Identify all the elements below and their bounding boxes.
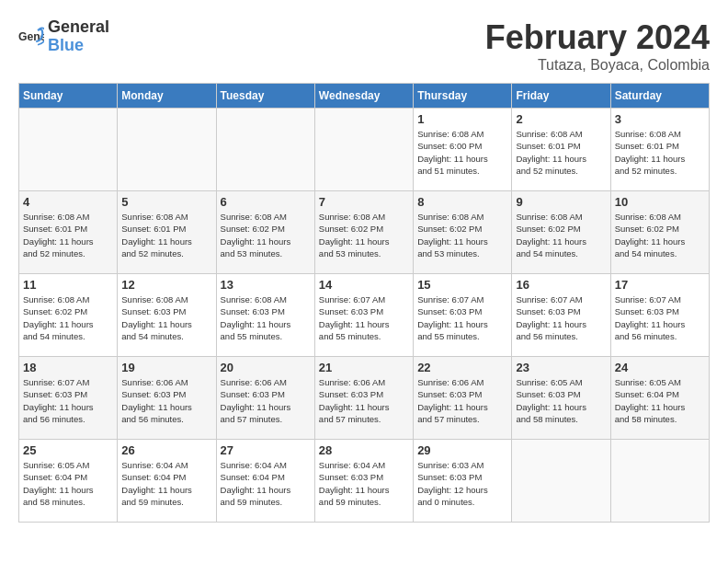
calendar-day-cell: 21Sunrise: 6:06 AM Sunset: 6:03 PM Dayli… — [314, 357, 413, 440]
calendar-day-cell: 29Sunrise: 6:03 AM Sunset: 6:03 PM Dayli… — [414, 440, 512, 523]
weekday-header: Wednesday — [314, 84, 413, 109]
day-number: 9 — [516, 195, 606, 209]
day-info: Sunrise: 6:08 AM Sunset: 6:02 PM Dayligh… — [221, 211, 311, 259]
day-number: 23 — [516, 361, 606, 374]
day-number: 22 — [417, 361, 507, 374]
day-number: 3 — [615, 112, 705, 126]
page-title: February 2024 — [485, 18, 710, 57]
calendar-day-cell: 10Sunrise: 6:08 AM Sunset: 6:02 PM Dayli… — [610, 191, 709, 274]
calendar-day-cell: 12Sunrise: 6:08 AM Sunset: 6:03 PM Dayli… — [118, 274, 216, 357]
calendar-day-cell — [314, 109, 413, 191]
day-number: 12 — [121, 278, 211, 292]
day-number: 18 — [23, 361, 113, 374]
day-info: Sunrise: 6:08 AM Sunset: 6:03 PM Dayligh… — [221, 293, 311, 342]
calendar-day-cell: 28Sunrise: 6:04 AM Sunset: 6:03 PM Dayli… — [314, 440, 413, 523]
calendar-day-cell: 20Sunrise: 6:06 AM Sunset: 6:03 PM Dayli… — [216, 357, 314, 440]
day-info: Sunrise: 6:05 AM Sunset: 6:04 PM Dayligh… — [23, 459, 113, 508]
day-info: Sunrise: 6:06 AM Sunset: 6:03 PM Dayligh… — [417, 376, 507, 425]
calendar-day-cell — [216, 109, 314, 191]
day-number: 16 — [516, 278, 606, 292]
calendar-week-row: 4Sunrise: 6:08 AM Sunset: 6:01 PM Daylig… — [19, 191, 710, 274]
calendar-day-cell: 24Sunrise: 6:05 AM Sunset: 6:04 PM Dayli… — [610, 357, 709, 440]
calendar-day-cell: 6Sunrise: 6:08 AM Sunset: 6:02 PM Daylig… — [216, 191, 314, 274]
page-header: General General Blue February 2024 Tutaz… — [18, 18, 710, 74]
logo-icon: General — [18, 24, 44, 50]
day-info: Sunrise: 6:03 AM Sunset: 6:03 PM Dayligh… — [417, 459, 507, 508]
day-number: 20 — [221, 361, 311, 374]
day-info: Sunrise: 6:05 AM Sunset: 6:03 PM Dayligh… — [516, 376, 606, 425]
day-number: 5 — [121, 195, 211, 209]
calendar-day-cell: 25Sunrise: 6:05 AM Sunset: 6:04 PM Dayli… — [19, 440, 118, 523]
svg-text:General: General — [18, 29, 44, 42]
day-number: 26 — [121, 443, 211, 457]
day-info: Sunrise: 6:04 AM Sunset: 6:03 PM Dayligh… — [319, 459, 409, 508]
day-info: Sunrise: 6:08 AM Sunset: 6:02 PM Dayligh… — [319, 211, 409, 259]
day-number: 19 — [121, 361, 211, 374]
day-number: 1 — [417, 112, 507, 126]
day-info: Sunrise: 6:08 AM Sunset: 6:01 PM Dayligh… — [615, 128, 705, 177]
calendar-body: 1Sunrise: 6:08 AM Sunset: 6:00 PM Daylig… — [19, 109, 710, 523]
day-number: 29 — [417, 443, 507, 457]
day-info: Sunrise: 6:07 AM Sunset: 6:03 PM Dayligh… — [417, 293, 507, 342]
calendar-day-cell: 14Sunrise: 6:07 AM Sunset: 6:03 PM Dayli… — [314, 274, 413, 357]
day-info: Sunrise: 6:08 AM Sunset: 6:01 PM Dayligh… — [23, 211, 113, 259]
day-info: Sunrise: 6:07 AM Sunset: 6:03 PM Dayligh… — [516, 293, 606, 342]
calendar-day-cell: 23Sunrise: 6:05 AM Sunset: 6:03 PM Dayli… — [512, 357, 610, 440]
calendar-day-cell: 11Sunrise: 6:08 AM Sunset: 6:02 PM Dayli… — [19, 274, 118, 357]
calendar-day-cell — [512, 440, 610, 523]
day-info: Sunrise: 6:07 AM Sunset: 6:03 PM Dayligh… — [23, 376, 113, 425]
calendar-day-cell: 17Sunrise: 6:07 AM Sunset: 6:03 PM Dayli… — [610, 274, 709, 357]
weekday-header: Tuesday — [216, 84, 314, 109]
logo: General General Blue — [18, 18, 109, 55]
day-info: Sunrise: 6:04 AM Sunset: 6:04 PM Dayligh… — [121, 459, 211, 508]
calendar-header-row: SundayMondayTuesdayWednesdayThursdayFrid… — [19, 84, 710, 109]
calendar-week-row: 11Sunrise: 6:08 AM Sunset: 6:02 PM Dayli… — [19, 274, 710, 357]
day-info: Sunrise: 6:07 AM Sunset: 6:03 PM Dayligh… — [319, 293, 409, 342]
day-number: 27 — [221, 443, 311, 457]
day-number: 15 — [417, 278, 507, 292]
weekday-header: Sunday — [19, 84, 118, 109]
day-info: Sunrise: 6:06 AM Sunset: 6:03 PM Dayligh… — [221, 376, 311, 425]
calendar-week-row: 25Sunrise: 6:05 AM Sunset: 6:04 PM Dayli… — [19, 440, 710, 523]
calendar-day-cell: 1Sunrise: 6:08 AM Sunset: 6:00 PM Daylig… — [414, 109, 512, 191]
day-info: Sunrise: 6:08 AM Sunset: 6:02 PM Dayligh… — [23, 293, 113, 342]
day-number: 17 — [615, 278, 705, 292]
weekday-header: Monday — [118, 84, 216, 109]
day-number: 2 — [516, 112, 606, 126]
day-number: 8 — [417, 195, 507, 209]
page-subtitle: Tutaza, Boyaca, Colombia — [485, 57, 710, 74]
day-number: 14 — [319, 278, 409, 292]
calendar-week-row: 1Sunrise: 6:08 AM Sunset: 6:00 PM Daylig… — [19, 109, 710, 191]
day-number: 10 — [615, 195, 705, 209]
calendar-day-cell: 3Sunrise: 6:08 AM Sunset: 6:01 PM Daylig… — [610, 109, 709, 191]
calendar-day-cell: 9Sunrise: 6:08 AM Sunset: 6:02 PM Daylig… — [512, 191, 610, 274]
calendar-day-cell: 22Sunrise: 6:06 AM Sunset: 6:03 PM Dayli… — [414, 357, 512, 440]
day-info: Sunrise: 6:08 AM Sunset: 6:01 PM Dayligh… — [516, 128, 606, 177]
day-number: 24 — [615, 361, 705, 374]
day-info: Sunrise: 6:06 AM Sunset: 6:03 PM Dayligh… — [121, 376, 211, 425]
day-number: 13 — [221, 278, 311, 292]
calendar-day-cell: 8Sunrise: 6:08 AM Sunset: 6:02 PM Daylig… — [414, 191, 512, 274]
day-number: 6 — [221, 195, 311, 209]
weekday-header: Thursday — [414, 84, 512, 109]
calendar-day-cell: 13Sunrise: 6:08 AM Sunset: 6:03 PM Dayli… — [216, 274, 314, 357]
weekday-header: Saturday — [610, 84, 709, 109]
calendar-week-row: 18Sunrise: 6:07 AM Sunset: 6:03 PM Dayli… — [19, 357, 710, 440]
day-info: Sunrise: 6:07 AM Sunset: 6:03 PM Dayligh… — [615, 293, 705, 342]
day-info: Sunrise: 6:08 AM Sunset: 6:02 PM Dayligh… — [615, 211, 705, 259]
calendar-day-cell — [610, 440, 709, 523]
calendar-day-cell: 26Sunrise: 6:04 AM Sunset: 6:04 PM Dayli… — [118, 440, 216, 523]
calendar-day-cell: 2Sunrise: 6:08 AM Sunset: 6:01 PM Daylig… — [512, 109, 610, 191]
day-number: 21 — [319, 361, 409, 374]
day-info: Sunrise: 6:08 AM Sunset: 6:02 PM Dayligh… — [417, 211, 507, 259]
day-info: Sunrise: 6:08 AM Sunset: 6:00 PM Dayligh… — [417, 128, 507, 177]
day-info: Sunrise: 6:08 AM Sunset: 6:03 PM Dayligh… — [121, 293, 211, 342]
calendar-day-cell — [118, 109, 216, 191]
day-number: 4 — [23, 195, 113, 209]
title-area: February 2024 Tutaza, Boyaca, Colombia — [485, 18, 710, 74]
calendar-day-cell: 4Sunrise: 6:08 AM Sunset: 6:01 PM Daylig… — [19, 191, 118, 274]
logo-text: General Blue — [48, 18, 109, 55]
day-number: 25 — [23, 443, 113, 457]
weekday-header: Friday — [512, 84, 610, 109]
calendar-day-cell: 18Sunrise: 6:07 AM Sunset: 6:03 PM Dayli… — [19, 357, 118, 440]
